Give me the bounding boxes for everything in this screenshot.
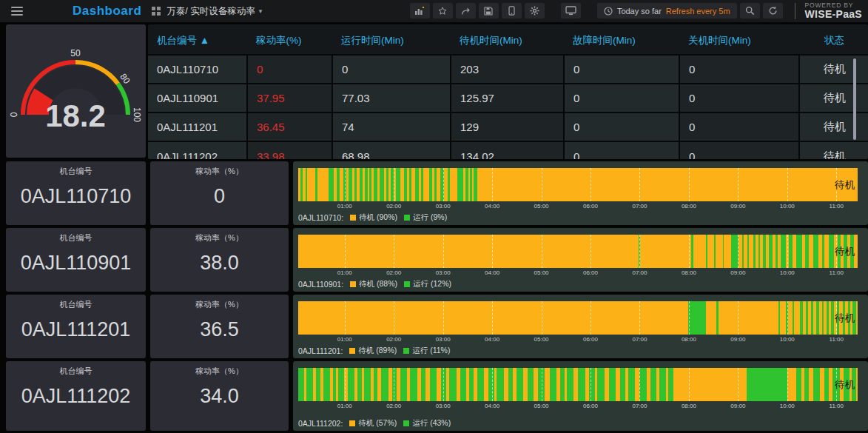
star-button[interactable] [433,3,453,19]
panel-title[interactable]: 机台编号 [6,299,146,310]
timeline-panel: 待机 01:0002:0003:0004:0005:0006:0007:0008… [293,228,868,292]
cell-status: 待机 [799,55,868,84]
cell-status: 待机 [799,84,868,113]
idle-color-swatch [349,420,355,426]
idle-color-swatch [349,348,355,354]
rate-panel: 稼动率（%） 38.0 [150,228,289,292]
table-row: 0AJL111201 36.45 74 129 0 0 待机 [148,113,868,141]
machine-status-table: 机台编号 ▲ 稼动率(%) 运行时间(Min) 待机时间(Min) 故障时间(M… [148,24,868,159]
timeline-legend: 0AJL110710: 待机 (90%) 运行 (9%) [298,212,447,223]
legend-run[interactable]: 运行 (11%) [412,346,450,356]
cell-off: 0 [679,113,799,141]
refresh-interval-label: Refresh every 5m [666,7,730,16]
legend-machine-id: 0AJL110901: [298,280,343,289]
cell-rate: 0 [247,55,332,84]
current-state-label: 待机 [835,312,855,325]
time-axis: 01:0002:0003:0004:0005:0006:0007:0008:00… [298,203,858,210]
state-timeline-bar[interactable]: 待机 [298,168,858,201]
legend-machine-id: 0AJL110710: [298,213,343,222]
machine-id-panel: 机台编号 0AJL110710 [6,161,146,225]
cell-rate: 37.95 [247,84,332,113]
machine-id-value: 0AJL110710 [6,185,146,208]
save-button[interactable] [479,3,499,19]
legend-run[interactable]: 运行 (43%) [412,418,451,429]
col-rate[interactable]: 稼动率(%) [247,24,332,55]
current-state-label: 待机 [835,378,855,392]
cell-machine-id: 0AJL111201 [148,113,247,141]
timeline-panel: 待机 01:0002:0003:0004:0005:0006:0007:0008… [293,361,868,431]
time-range-label: Today so far [617,7,662,16]
panel-title[interactable]: 机台编号 [6,166,146,177]
time-axis: 01:0002:0003:0004:0005:0006:0007:0008:00… [298,269,858,277]
star-icon [438,7,447,16]
timeline-panel: 待机 01:0002:0003:0004:0005:0006:0007:0008… [293,295,868,358]
menu-icon[interactable] [6,0,28,22]
cell-off: 0 [679,84,799,113]
rate-panel: 稼动率（%） 36.5 [150,295,289,358]
panel-title[interactable]: 稼动率（%） [150,166,289,177]
wise-paas-logo: WISE-PaaS [805,9,862,20]
col-machine-id[interactable]: 机台编号 ▲ [148,24,247,55]
share-button[interactable] [456,3,476,19]
cell-idle: 129 [451,113,564,141]
tv-mode-button[interactable] [561,3,581,19]
powered-by-brand: POWERED BY WISE-PaaS [805,2,862,20]
svg-text:50: 50 [70,48,81,58]
machine-id-value: 0AJL111202 [6,385,146,408]
legend-idle[interactable]: 待机 (88%) [359,279,397,289]
chevron-down-icon[interactable]: ▾ [259,7,263,15]
search-button[interactable] [740,3,760,19]
idle-color-swatch [350,215,356,221]
state-timeline-bar[interactable]: 待机 [298,301,858,335]
legend-idle[interactable]: 待机 (89%) [358,346,397,356]
timeline-legend: 0AJL111202: 待机 (57%) 运行 (43%) [298,418,451,429]
state-timeline-bar[interactable]: 待机 [298,235,858,268]
col-run-time[interactable]: 运行时间(Min) [332,24,451,55]
add-panel-button[interactable] [410,3,430,19]
mobile-icon [508,6,515,16]
app-logo[interactable]: Dashboard [73,4,141,19]
cell-machine-id: 0AJL110710 [148,55,247,84]
table-scrollbar[interactable] [853,58,856,140]
time-range-picker[interactable]: Today so far Refresh every 5m [597,3,737,19]
panel-title[interactable]: 稼动率（%） [150,299,289,310]
mobile-view-button[interactable] [502,3,522,19]
timeline-legend: 0AJL111201: 待机 (89%) 运行 (11%) [298,346,450,356]
run-color-swatch [403,420,409,426]
legend-run[interactable]: 运行 (12%) [413,279,451,289]
share-icon [461,7,471,16]
state-timeline-bar[interactable]: 待机 [298,368,858,401]
cell-idle: 134.02 [451,141,564,159]
panel-title[interactable]: 机台编号 [6,366,146,377]
panel-title[interactable]: 机台编号 [6,232,146,244]
machine-id-panel: 机台编号 0AJL111201 [6,295,146,358]
col-off-time[interactable]: 关机时间(Min) [679,24,799,55]
cell-run: 68.98 [332,141,451,159]
refresh-icon [768,6,778,16]
panel-title[interactable]: 稼动率（%） [150,366,289,377]
timeline-legend: 0AJL110901: 待机 (88%) 运行 (12%) [298,279,451,289]
save-icon [484,7,493,16]
cell-fault: 0 [564,141,679,159]
cell-status: 待机 [799,141,868,159]
machine-id-value: 0AJL110901 [6,252,146,275]
col-idle-time[interactable]: 待机时间(Min) [451,24,564,55]
refresh-button[interactable] [763,3,783,19]
gauge-panel[interactable]: 0508010018.2 [6,24,146,158]
col-status[interactable]: 状态 [799,24,868,55]
legend-run[interactable]: 运行 (9%) [413,212,447,223]
col-fault-time[interactable]: 故障时间(Min) [564,24,679,55]
breadcrumb[interactable]: 万泰/ 实时设备稼动率 [166,5,255,18]
cell-fault: 0 [564,113,679,141]
dashboard-grid-icon[interactable] [152,7,161,16]
current-state-label: 待机 [835,245,855,258]
cell-fault: 0 [564,55,679,84]
divider [795,3,795,19]
settings-button[interactable] [525,3,545,19]
machine-id-value: 0AJL111201 [6,318,146,341]
legend-idle[interactable]: 待机 (57%) [358,418,397,429]
legend-idle[interactable]: 待机 (90%) [359,212,397,223]
rate-value: 38.0 [150,252,289,275]
search-icon [745,6,755,16]
panel-title[interactable]: 稼动率（%） [150,232,289,244]
